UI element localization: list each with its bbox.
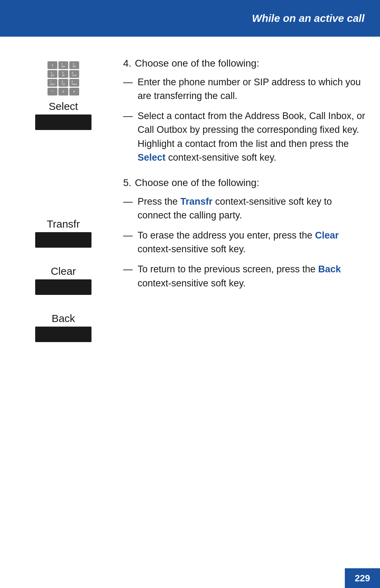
main-content: 1 2abc 3def 4ghi 5jkl 6mno 7pqrs 8tuv 9w… (0, 37, 380, 360)
step-5-header: 5. Choose one of the following: (123, 177, 366, 188)
keypad-cell-8: 8tuv (58, 79, 68, 87)
keypad-cell-2: 2abc (58, 61, 68, 69)
step-5: 5. Choose one of the following: — Press … (123, 177, 366, 290)
transfr-softkey-group: Transfr (35, 218, 91, 262)
keypad-cell-7: 7pqrs (48, 79, 57, 87)
left-column: 1 2abc 3def 4ghi 5jkl 6mno 7pqrs 8tuv 9w… (14, 58, 113, 360)
right-column: 4. Choose one of the following: — Enter … (113, 58, 366, 360)
keypad-cell-4: 4ghi (48, 70, 57, 78)
step-4-bullet-1: — Enter the phone number or SIP address … (123, 75, 366, 103)
clear-label: Clear (51, 265, 76, 277)
keypad-cell-1: 1 (48, 61, 57, 69)
step-4-bullet-2: — Select a contact from the Address Book… (123, 109, 366, 165)
step-5-bullet-2: — To erase the address you enter, press … (123, 229, 366, 256)
keypad-cell-0: 0 (58, 88, 68, 95)
header-title: While on an active call (252, 12, 365, 24)
dash-icon-4: — (123, 229, 133, 256)
header-bar: While on an active call (0, 0, 380, 37)
keypad-cell-9: 9wxyz (69, 79, 79, 87)
clear-link: Clear (315, 230, 339, 241)
keypad-cell-5: 5jkl (58, 70, 68, 78)
step-4-bullet-1-text: Enter the phone number or SIP address to… (138, 75, 366, 103)
step-5-title: Choose one of the following: (135, 177, 259, 188)
clear-softkey-group: Clear (35, 265, 91, 309)
back-button[interactable] (35, 327, 91, 342)
select-button[interactable] (35, 114, 91, 130)
transfr-label: Transfr (47, 218, 80, 230)
keypad-image: 1 2abc 3def 4ghi 5jkl 6mno 7pqrs 8tuv 9w… (48, 61, 79, 95)
dash-icon-1: — (123, 75, 133, 103)
step-5-bullet-2-text: To erase the address you enter, press th… (138, 229, 366, 256)
dash-icon-2: — (123, 109, 133, 165)
back-link: Back (318, 264, 341, 274)
dash-icon-5: — (123, 262, 133, 290)
step-5-bullet-3: — To return to the previous screen, pres… (123, 262, 366, 290)
keypad-cell-star: * (48, 88, 57, 95)
transfr-link: Transfr (180, 196, 213, 207)
step-5-bullet-1: — Press the Transfr context-sensitive so… (123, 195, 366, 222)
select-softkey-group: Select (35, 100, 91, 144)
select-label: Select (49, 100, 78, 112)
step-5-bullets: — Press the Transfr context-sensitive so… (123, 195, 366, 290)
step-4-header: 4. Choose one of the following: (123, 58, 366, 69)
step-5-number: 5. (123, 177, 131, 188)
dash-icon-3: — (123, 195, 133, 222)
keypad-cell-hash: # (69, 88, 79, 95)
transfr-button[interactable] (35, 232, 91, 248)
keypad-cell-3: 3def (69, 61, 79, 69)
step-4-number: 4. (123, 58, 131, 69)
back-label: Back (52, 312, 75, 324)
footer: 229 (345, 568, 380, 588)
step-4-bullet-2-text: Select a contact from the Address Book, … (138, 109, 366, 165)
step-5-bullet-1-text: Press the Transfr context-sensitive soft… (138, 195, 366, 222)
step-4: 4. Choose one of the following: — Enter … (123, 58, 366, 165)
back-softkey-group: Back (35, 312, 91, 356)
keypad-cell-6: 6mno (69, 70, 79, 78)
step-4-bullets: — Enter the phone number or SIP address … (123, 75, 366, 165)
page-number: 229 (355, 573, 370, 584)
clear-button[interactable] (35, 279, 91, 295)
step-5-bullet-3-text: To return to the previous screen, press … (138, 262, 366, 290)
step-4-title: Choose one of the following: (135, 58, 259, 69)
select-link: Select (138, 152, 166, 163)
